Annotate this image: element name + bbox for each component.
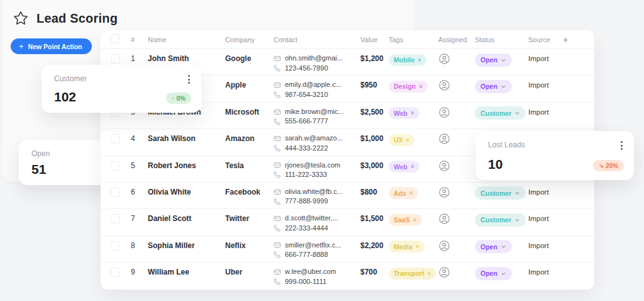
source-label: Import xyxy=(528,241,563,251)
assigned-avatar-icon[interactable] xyxy=(438,53,450,65)
col-status: Status xyxy=(475,36,528,43)
stat-label: Customer xyxy=(54,74,87,83)
chevron-down-icon xyxy=(514,217,520,223)
star-icon[interactable] xyxy=(13,10,29,26)
tag-pill[interactable]: Transport × xyxy=(389,268,436,280)
row-checkbox[interactable] xyxy=(111,268,120,277)
phone-text[interactable]: 666-777-8888 xyxy=(285,250,328,260)
tag-pill[interactable]: Web × xyxy=(389,107,419,119)
tag-pill[interactable]: Media × xyxy=(389,241,425,253)
status-label: Customer xyxy=(480,216,511,224)
email-text[interactable]: mike.brown@mic... xyxy=(285,107,344,117)
remove-tag-icon[interactable]: × xyxy=(413,217,417,224)
source-label: Import xyxy=(528,80,563,90)
source-label: Import xyxy=(528,54,563,64)
remove-tag-icon[interactable]: × xyxy=(416,243,419,250)
table-row: 6 Olivia White Facebook olivia.white@fb.… xyxy=(101,183,594,209)
row-checkbox[interactable] xyxy=(111,214,120,224)
stat-label: Lost Leads xyxy=(488,140,525,149)
row-checkbox[interactable] xyxy=(111,241,120,251)
kebab-menu-icon[interactable] xyxy=(619,140,624,151)
assigned-avatar-icon[interactable] xyxy=(438,240,450,252)
remove-tag-icon[interactable]: × xyxy=(409,190,413,196)
remove-tag-icon[interactable]: × xyxy=(427,270,431,277)
status-pill[interactable]: Open xyxy=(475,80,512,93)
status-pill[interactable]: Customer xyxy=(475,106,526,120)
phone-icon xyxy=(274,171,281,178)
new-point-action-button[interactable]: + New Point Action xyxy=(11,38,92,54)
tag-label: Design xyxy=(394,82,416,90)
remove-tag-icon[interactable]: × xyxy=(411,110,414,116)
tag-pill[interactable]: UX × xyxy=(389,134,414,146)
lead-name: John Smith xyxy=(148,54,225,64)
phone-icon xyxy=(274,65,281,72)
plus-icon: + xyxy=(19,42,24,51)
phone-text[interactable]: 987-654-3210 xyxy=(285,90,328,100)
phone-icon xyxy=(274,225,281,232)
phone-text[interactable]: 222-333-4444 xyxy=(285,224,328,234)
tag-label: Ads xyxy=(394,190,406,197)
assigned-avatar-icon[interactable] xyxy=(438,133,450,145)
contact-cell: sarah.w@amazo... 444-333-2222 xyxy=(274,133,360,153)
remove-tag-icon[interactable]: × xyxy=(406,137,410,144)
phone-text[interactable]: 111-222-3333 xyxy=(285,170,327,180)
lead-value: $950 xyxy=(360,80,389,90)
assigned-avatar-icon[interactable] xyxy=(438,106,450,118)
add-column-button[interactable]: + xyxy=(563,35,594,45)
email-icon xyxy=(274,188,281,196)
phone-text[interactable]: 777-888-9999 xyxy=(285,196,328,207)
stat-value: 10 xyxy=(488,157,502,172)
phone-text[interactable]: 123-456-7890 xyxy=(285,64,328,74)
email-icon xyxy=(274,55,281,62)
email-icon xyxy=(274,81,281,89)
assigned-avatar-icon[interactable] xyxy=(438,79,450,91)
phone-text[interactable]: 555-666-7777 xyxy=(285,116,328,127)
assigned-avatar-icon[interactable] xyxy=(438,160,450,172)
contact-cell: w.lee@uber.com 999-000-1111 xyxy=(274,267,360,287)
status-pill[interactable]: Open xyxy=(475,54,512,67)
contact-cell: rjones@tesla.com 111-222-3333 xyxy=(274,161,360,180)
tag-pill[interactable]: Mobile × xyxy=(389,54,426,66)
email-text[interactable]: d.scott@twitter.... xyxy=(285,213,338,224)
email-text[interactable]: rjones@tesla.com xyxy=(285,161,340,171)
row-number: 9 xyxy=(131,267,148,277)
tag-pill[interactable]: SaaS × xyxy=(389,214,422,226)
status-pill[interactable]: Customer xyxy=(475,186,526,200)
email-text[interactable]: olivia.white@fb.c... xyxy=(285,187,343,197)
assigned-avatar-icon[interactable] xyxy=(438,186,450,198)
lead-value: $800 xyxy=(360,187,389,197)
phone-icon xyxy=(274,251,281,258)
assigned-avatar-icon[interactable] xyxy=(438,213,450,225)
email-text[interactable]: ohn.smith@gmai... xyxy=(285,54,343,64)
row-checkbox[interactable] xyxy=(111,161,120,171)
email-text[interactable]: sarah.w@amazo... xyxy=(285,133,343,144)
tag-pill[interactable]: Web × xyxy=(389,161,419,173)
remove-tag-icon[interactable]: × xyxy=(411,163,414,170)
status-pill[interactable]: Open xyxy=(475,240,512,253)
col-tags: Tags xyxy=(389,36,438,43)
status-pill[interactable]: Customer xyxy=(475,213,526,227)
row-checkbox[interactable] xyxy=(111,134,120,144)
company-name: Amazon xyxy=(225,133,274,144)
status-pill[interactable]: Open xyxy=(475,267,512,280)
email-text[interactable]: smiller@netflix.c... xyxy=(285,241,341,251)
row-checkbox[interactable] xyxy=(111,54,120,64)
lead-value: $700 xyxy=(360,267,389,277)
remove-tag-icon[interactable]: × xyxy=(418,57,421,64)
chevron-down-icon xyxy=(501,244,506,249)
lead-value: $1,000 xyxy=(360,133,389,144)
col-source: Source xyxy=(528,36,563,43)
phone-text[interactable]: 999-000-1111 xyxy=(285,277,326,287)
source-label: Import xyxy=(528,213,563,224)
assigned-avatar-icon[interactable] xyxy=(438,266,450,278)
status-label: Customer xyxy=(480,110,511,117)
tag-pill[interactable]: Ads × xyxy=(389,187,418,199)
email-text[interactable]: w.lee@uber.com xyxy=(285,267,336,277)
tag-pill[interactable]: Design × xyxy=(389,81,428,93)
row-checkbox[interactable] xyxy=(111,188,120,197)
phone-text[interactable]: 444-333-2222 xyxy=(285,144,328,154)
remove-tag-icon[interactable]: × xyxy=(419,83,423,90)
email-text[interactable]: emily.d@apple.c... xyxy=(285,80,341,90)
kebab-menu-icon[interactable] xyxy=(187,74,191,85)
select-all-checkbox[interactable] xyxy=(111,34,120,43)
